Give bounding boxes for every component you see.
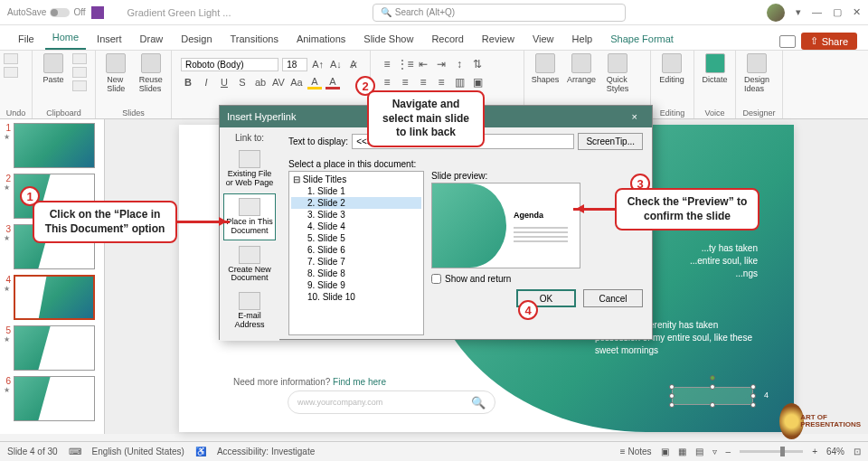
menu-view[interactable]: View: [525, 29, 561, 50]
italic-button[interactable]: I: [199, 75, 213, 89]
menu-record[interactable]: Record: [424, 29, 470, 50]
decrease-font-icon[interactable]: A↓: [329, 57, 344, 71]
tree-slide-3[interactable]: 3. Slide 3: [291, 209, 421, 221]
underline-button[interactable]: U: [217, 75, 231, 89]
tree-slide-1[interactable]: 1. Slide 1: [291, 185, 421, 197]
font-name-select[interactable]: Roboto (Body): [181, 58, 278, 71]
menu-insert[interactable]: Insert: [90, 29, 129, 50]
clear-format-icon[interactable]: A̷: [346, 57, 361, 71]
close-icon[interactable]: ✕: [853, 6, 861, 18]
paste-button[interactable]: Paste: [36, 53, 71, 84]
accessibility-status[interactable]: Accessibility: Investigate: [217, 447, 315, 456]
tree-slide-7[interactable]: 7. Slide 7: [291, 256, 421, 268]
tree-slide-8[interactable]: 8. Slide 8: [291, 268, 421, 279]
dictate-button[interactable]: Dictate: [698, 53, 731, 84]
design-ideas-button[interactable]: Design Ideas: [740, 53, 774, 93]
menu-review[interactable]: Review: [475, 29, 522, 50]
text-direction-icon[interactable]: ⇅: [470, 57, 485, 71]
tree-slide-9[interactable]: 9. Slide 9: [291, 279, 421, 291]
font-color-button[interactable]: A: [326, 75, 340, 89]
minimize-icon[interactable]: —: [812, 6, 822, 18]
linkto-email[interactable]: E-mail Address: [223, 288, 276, 334]
tree-slide-2[interactable]: 2. Slide 2: [291, 197, 421, 209]
align-right-icon[interactable]: ≡: [416, 75, 430, 89]
toggle-icon[interactable]: [50, 8, 70, 17]
menu-transitions[interactable]: Transitions: [223, 29, 286, 50]
thumbnail-5[interactable]: [14, 325, 95, 371]
thumbnail-4[interactable]: [14, 275, 95, 320]
tree-slide-6[interactable]: 6. Slide 6: [291, 244, 421, 256]
autosave-toggle[interactable]: AutoSave Off: [7, 7, 86, 17]
line-spacing-icon[interactable]: ↕: [452, 57, 467, 71]
notes-button[interactable]: ≡ Notes: [620, 447, 652, 456]
indent-left-icon[interactable]: ⇤: [416, 57, 430, 71]
selected-shape[interactable]: 4: [672, 387, 753, 405]
comments-icon[interactable]: [779, 35, 796, 48]
slide-counter[interactable]: Slide 4 of 30: [7, 447, 58, 456]
indent-right-icon[interactable]: ⇥: [434, 57, 448, 71]
maximize-icon[interactable]: ▢: [833, 6, 842, 18]
cut-icon[interactable]: [72, 53, 87, 64]
menu-animations[interactable]: Animations: [289, 29, 353, 50]
menu-help[interactable]: Help: [565, 29, 600, 50]
smartart-icon[interactable]: ▣: [470, 75, 485, 89]
menu-file[interactable]: File: [11, 29, 42, 50]
sorter-view-icon[interactable]: ▦: [678, 447, 686, 456]
char-spacing-button[interactable]: AV: [271, 75, 286, 89]
numbering-icon[interactable]: ⋮≡: [398, 57, 412, 71]
align-left-icon[interactable]: ≡: [380, 75, 394, 89]
copy-icon[interactable]: [72, 67, 87, 78]
format-painter-icon[interactable]: [72, 80, 87, 91]
redo-icon[interactable]: [4, 67, 18, 78]
slide-tree[interactable]: ⊟ Slide Titles 1. Slide 1 2. Slide 2 3. …: [288, 171, 424, 335]
thumbnail-6[interactable]: [14, 376, 95, 421]
reuse-slides-button[interactable]: Reuse Slides: [135, 53, 168, 93]
screentip-button[interactable]: ScreenTip...: [578, 133, 643, 150]
language-status[interactable]: English (United States): [92, 447, 184, 456]
reading-view-icon[interactable]: ▤: [695, 447, 703, 456]
arrange-button[interactable]: Arrange: [564, 53, 599, 84]
slide-thumbnail-panel[interactable]: 1★ 2★ 3★ 4★ 5★ 6★: [0, 119, 105, 434]
search-input[interactable]: 🔍 Search (Alt+Q): [373, 4, 626, 22]
zoom-slider[interactable]: [740, 450, 803, 453]
normal-view-icon[interactable]: ▣: [661, 447, 669, 456]
menu-draw[interactable]: Draw: [133, 29, 171, 50]
undo-icon[interactable]: [4, 53, 18, 64]
strike-button[interactable]: S: [235, 75, 250, 89]
editing-button[interactable]: Editing: [655, 53, 689, 84]
tree-slide-5[interactable]: 5. Slide 5: [291, 232, 421, 244]
bullets-icon[interactable]: ≡: [380, 57, 394, 71]
linkto-create-new[interactable]: Create New Document: [223, 242, 276, 287]
quick-styles-button[interactable]: Quick Styles: [600, 53, 635, 93]
share-button[interactable]: ⇧ Share: [801, 33, 857, 50]
zoom-in-icon[interactable]: +: [812, 447, 817, 456]
show-and-return-checkbox[interactable]: [431, 274, 441, 284]
menu-home[interactable]: Home: [45, 27, 86, 50]
menu-slideshow[interactable]: Slide Show: [356, 29, 420, 50]
linkto-existing[interactable]: Existing File or Web Page: [223, 146, 276, 192]
align-center-icon[interactable]: ≡: [398, 75, 412, 89]
new-slide-button[interactable]: New Slide: [99, 53, 133, 93]
menu-design[interactable]: Design: [174, 29, 219, 50]
document-name[interactable]: Gradient Green Light ...: [127, 7, 231, 18]
menu-shape-format[interactable]: Shape Format: [603, 29, 681, 50]
tree-slide-4[interactable]: 4. Slide 4: [291, 221, 421, 232]
user-avatar[interactable]: [767, 4, 785, 22]
fit-window-icon[interactable]: ⊡: [854, 447, 861, 456]
justify-icon[interactable]: ≡: [434, 75, 448, 89]
slideshow-view-icon[interactable]: ▿: [712, 447, 717, 456]
save-icon[interactable]: [91, 6, 104, 19]
cancel-button[interactable]: Cancel: [583, 289, 643, 307]
shapes-button[interactable]: Shapes: [528, 53, 562, 84]
font-size-select[interactable]: 18: [282, 58, 307, 71]
dialog-close-icon[interactable]: ×: [625, 111, 645, 122]
zoom-value[interactable]: 64%: [826, 447, 844, 456]
url-input[interactable]: www.yourcompany.com 🔍: [288, 390, 495, 414]
highlight-button[interactable]: A: [307, 75, 322, 89]
zoom-out-icon[interactable]: –: [726, 447, 731, 456]
shadow-button[interactable]: ab: [253, 75, 268, 89]
change-case-button[interactable]: Aa: [289, 75, 304, 89]
thumbnail-1[interactable]: [14, 123, 95, 168]
tree-slide-10[interactable]: 10. Slide 10: [291, 291, 421, 303]
find-more-link[interactable]: Find me here: [333, 377, 386, 387]
